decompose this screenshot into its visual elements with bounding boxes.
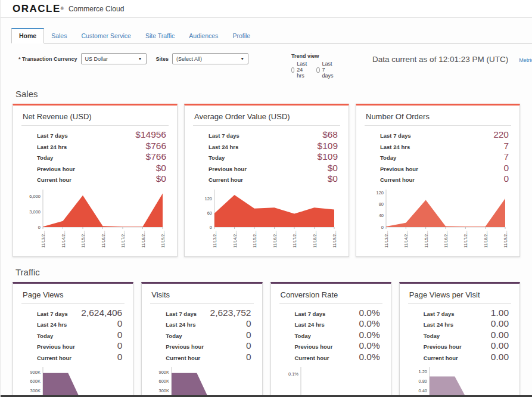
metric-label: Today — [380, 154, 396, 161]
tab-home[interactable]: Home — [11, 28, 44, 44]
svg-text:11/15/2...: 11/15/2... — [81, 230, 85, 247]
metric-value: $68 — [322, 129, 338, 140]
sites-select[interactable]: (Select All) ▼ — [172, 53, 248, 64]
metric-label: Previous hour — [295, 343, 333, 350]
tab-site-traffic[interactable]: Site Traffic — [138, 29, 182, 43]
net-revenue-chart: 03,0006,00011/13/2...11/14/2...11/15/2..… — [21, 187, 169, 253]
svg-text:11/16/2...: 11/16/2... — [101, 230, 105, 247]
metric-row: Last 7 days$14956 — [21, 129, 169, 141]
metric-label: Last 7 days — [209, 132, 239, 139]
metric-row: Current hour0 — [365, 173, 511, 185]
metric-value: 0.0% — [359, 318, 379, 329]
sites-label: Sites — [156, 56, 169, 62]
metric-label: Today — [37, 333, 53, 339]
svg-text:80: 80 — [379, 201, 384, 207]
metric-rows: Last 7 days$68Last 24 hrs$109Today$109Pr… — [193, 129, 340, 185]
main-nav: Home Sales Customer Service Site Traffic… — [11, 28, 532, 44]
radio-last-24-hrs[interactable]: Last 24 hrs — [291, 61, 309, 79]
oracle-logo: ORACLE — [13, 3, 61, 15]
card-title: Net Revenue (USD) — [21, 111, 169, 126]
metric-row: Last 7 days$68 — [193, 129, 340, 141]
metric-rows: Last 7 days2,623,752Last 24 hrs0Today0Pr… — [150, 308, 253, 363]
metric-row: Last 24 hrs0 — [21, 318, 125, 330]
metric-row: Today$766 — [21, 151, 169, 163]
metric-row: Today0.0% — [279, 330, 382, 341]
metric-row: Current hour0 — [21, 352, 125, 363]
tab-customer-service[interactable]: Customer Service — [74, 29, 138, 43]
svg-text:11/18/2...: 11/18/2... — [484, 230, 488, 247]
svg-text:3,000: 3,000 — [29, 209, 41, 214]
metric-value: 0 — [246, 330, 251, 340]
metric-row: Previous hour$0 — [193, 163, 340, 174]
radio-selected-icon — [316, 67, 319, 73]
metric-row: Today7 — [365, 151, 511, 163]
metric-row: Current hour0 — [150, 352, 253, 363]
metric-label: Previous hour — [380, 166, 418, 172]
top-bar: ORACLE ® Commerce Cloud — [1, 0, 532, 18]
metric-label: Last 7 days — [166, 311, 197, 317]
radio-last-7-days[interactable]: Last 7 days — [316, 61, 335, 79]
visits-chart: 0K300K600K900K11/13/2...11/14/2...11/15/… — [150, 364, 253, 397]
average-order-value-chart: 06012011/13/2...11/14/2...11/15/2...11/1… — [193, 187, 340, 253]
metric-label: Previous hour — [424, 343, 462, 350]
page-views-card: Page Views Last 7 days2,624,406Last 24 h… — [13, 282, 133, 397]
metric-label: Last 7 days — [37, 132, 68, 139]
tab-profile[interactable]: Profile — [225, 29, 257, 43]
currency-select[interactable]: US Dollar ▼ — [81, 53, 147, 64]
metric-label: Today — [37, 154, 53, 161]
metric-value: 0 — [503, 163, 509, 173]
metric-row: Previous hour0.00 — [408, 340, 511, 352]
metric-value: 0.00 — [491, 340, 509, 351]
metric-definitions-link[interactable]: Metric Definitions — [519, 57, 532, 63]
metric-value: 0.00 — [491, 318, 509, 329]
registered-mark: ® — [61, 7, 64, 11]
svg-text:11/17/2...: 11/17/2... — [293, 230, 297, 247]
metric-label: Previous hour — [37, 166, 75, 172]
metric-label: Today — [424, 333, 440, 339]
metric-label: Last 24 hrs — [37, 144, 67, 150]
tab-sales[interactable]: Sales — [44, 29, 74, 43]
metric-label: Last 24 hrs — [424, 321, 453, 328]
metric-rows: Last 7 days$14956Last 24 hrs$766Today$76… — [21, 129, 169, 185]
product-name: Commerce Cloud — [69, 5, 124, 13]
metric-value: 0 — [246, 352, 251, 362]
metric-label: Last 24 hrs — [37, 321, 67, 328]
metric-row: Current hour$0 — [193, 173, 340, 185]
metric-label: Today — [295, 333, 311, 339]
trend-view-group: Trend view Last 24 hrs Last 7 days — [291, 53, 335, 79]
metric-row: Current hour$0 — [21, 173, 169, 185]
metric-label: Current hour — [37, 355, 71, 361]
svg-text:11/14/2...: 11/14/2... — [61, 230, 66, 247]
metric-value: 0.0% — [359, 340, 379, 351]
metric-label: Previous hour — [37, 343, 75, 350]
metric-label: Current hour — [37, 176, 71, 183]
metric-label: Today — [209, 154, 225, 161]
metric-row: Last 7 days1.00 — [408, 308, 511, 319]
metric-row: Today0.00 — [408, 330, 511, 341]
svg-text:60: 60 — [207, 210, 212, 215]
metric-value: 0.0% — [359, 330, 379, 340]
svg-text:900K: 900K — [30, 370, 41, 375]
page-views-chart: 0K300K600K900K11/13/2...11/14/2...11/15/… — [21, 364, 125, 397]
metric-row: Last 24 hrs$109 — [193, 141, 340, 152]
svg-text:600K: 600K — [159, 379, 170, 384]
sites-filter: Sites (Select All) ▼ — [156, 53, 249, 64]
metric-rows: Last 7 days220Last 24 hrs7Today7Previous… — [365, 129, 511, 185]
average-order-value-card: Average Order Value (USD) Last 7 days$68… — [184, 104, 349, 257]
metric-value: $0 — [156, 173, 166, 184]
metric-value: 2,624,406 — [81, 308, 122, 318]
metric-rows: Last 7 days1.00Last 24 hrs0.00Today0.00P… — [408, 308, 511, 363]
svg-text:11/16/2...: 11/16/2... — [273, 230, 277, 247]
conversion-rate-chart: 0.0%0.1%11/13/2...11/14/2...11/15/2...11… — [279, 364, 382, 397]
metric-row: Last 7 days2,623,752 — [150, 308, 253, 319]
metric-value: $0 — [328, 163, 338, 173]
radio-icon — [291, 67, 294, 73]
svg-text:1.20: 1.20 — [418, 369, 427, 374]
metric-row: Previous hour0 — [365, 163, 511, 174]
tab-audiences[interactable]: Audiences — [182, 29, 225, 43]
svg-text:0.80: 0.80 — [418, 379, 427, 384]
metric-rows: Last 7 days0.0%Last 24 hrs0.0%Today0.0%P… — [279, 308, 382, 363]
metric-row: Current hour0.00 — [408, 352, 511, 363]
svg-text:11/13/2...: 11/13/2... — [384, 230, 388, 247]
metric-row: Last 7 days220 — [365, 129, 511, 141]
